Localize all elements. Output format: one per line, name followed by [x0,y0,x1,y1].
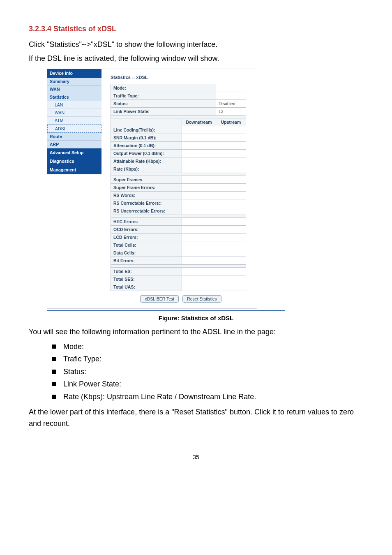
row-total-es-ds [182,267,216,275]
row-attainable-rate-label: Attainable Rate (Kbps): [111,157,182,165]
row-attenuation-ds [182,141,216,149]
row-total-ses-ds [182,275,216,283]
row-attenuation-us [216,141,246,149]
nav-sub-atm[interactable]: ATM [47,117,101,125]
row-rs-uncorrectable-ds [182,207,216,215]
row-ocd-ds [182,225,216,233]
row-output-power-ds [182,149,216,157]
row-hec-label: HEC Errors: [111,217,182,225]
nav-header-advanced-setup[interactable]: Advanced Setup [47,148,101,157]
row-bit-errors-us [216,257,246,264]
followup-paragraph: You will see the following information p… [29,326,363,338]
row-total-uas-label: Total UAS: [111,283,182,291]
row-traffic-type-value [216,92,246,99]
row-total-cells-ds [182,241,216,249]
row-rs-uncorrectable-us [216,207,246,215]
row-snr-margin-us [216,134,246,141]
row-output-power-us [216,149,246,157]
row-total-uas-ds [182,283,216,291]
bullet-link-power-state: Link Power State: [52,378,363,391]
row-attainable-rate-us [216,157,246,165]
row-lcd-ds [182,233,216,241]
row-snr-margin-ds [182,134,216,141]
figure-caption: Figure: Statistics of xDSL [29,314,363,321]
main-panel: Statistics -- xDSL Mode: Traffic Type: S… [101,69,257,308]
row-bit-errors-ds [182,257,216,264]
row-rs-uncorrectable-label: RS Uncorrectable Errors: [111,207,182,215]
nav-item-wan[interactable]: WAN [47,86,101,93]
reset-statistics-button[interactable]: Reset Statistics [182,295,221,303]
row-rs-correctable-label: RS Correctable Errors:: [111,199,182,207]
row-super-frames-us [216,176,246,183]
row-total-cells-label: Total Cells: [111,241,182,249]
row-status-value: Disabled [216,99,246,107]
row-rs-words-ds [182,191,216,199]
nav-sub-lan[interactable]: LAN [47,101,101,109]
row-attainable-rate-ds [182,157,216,165]
nav-sub-wan[interactable]: WAN [47,109,101,117]
spacer-2 [111,173,246,176]
row-super-frames-label: Super Frames [111,176,182,183]
stats-table: Mode: Traffic Type: Status:Disabled Link… [111,84,246,291]
intro-line-2: If the DSL line is activated, the follow… [29,53,363,65]
nav-item-summary[interactable]: Summary [47,78,101,86]
row-super-frame-errors-label: Super Frame Errors: [111,183,182,191]
closing-paragraph: At the lower part of this interface, the… [29,407,363,430]
row-snr-margin-label: SNR Margin (0.1 dB): [111,134,182,141]
nav-item-route[interactable]: Route [47,133,101,141]
row-total-es-label: Total ES: [111,267,182,275]
row-ocd-label: OCD Errors: [111,225,182,233]
page-number: 35 [29,454,363,460]
spacer-1 [111,115,246,118]
row-data-cells-ds [182,249,216,257]
row-rate-us [216,165,246,173]
xdsl-ber-test-button[interactable]: xDSL BER Test [140,295,179,303]
intro-line-1: Click "Statistics"-->"xDSL" to show the … [29,39,363,51]
nav-header-device-info[interactable]: Device Info [47,69,101,78]
row-total-uas-us [216,283,246,291]
row-line-coding-label: Line Coding(Trellis): [111,126,182,134]
bullet-mode: Mode: [52,340,363,353]
spacer-4 [111,264,246,267]
button-row: xDSL BER Test Reset Statistics [111,295,251,303]
blank-header [111,118,182,126]
bullet-rate: Rate (Kbps): Upstream Line Rate / Downst… [52,391,363,403]
row-rs-words-us [216,191,246,199]
row-data-cells-us [216,249,246,257]
sidebar-nav: Device Info Summary WAN Statistics LAN W… [47,69,101,308]
nav-sub-adsl[interactable]: ADSL [47,125,101,133]
row-total-es-us [216,267,246,275]
document-page: 3.2.3.4 Statistics of xDSL Click "Statis… [0,0,392,555]
row-rate-ds [182,165,216,173]
row-ocd-us [216,225,246,233]
row-rs-correctable-ds [182,199,216,207]
row-attenuation-label: Attenuation (0.1 dB): [111,141,182,149]
row-mode-value [216,84,246,92]
row-super-frame-errors-us [216,183,246,191]
row-total-ses-label: Total SES: [111,275,182,283]
row-super-frames-ds [182,176,216,183]
row-line-coding-ds [182,126,216,134]
row-output-power-label: Output Power (0.1 dBm): [111,149,182,157]
row-link-power-value: L3 [216,107,246,115]
xdsl-statistics-screenshot: Device Info Summary WAN Statistics LAN W… [47,69,257,309]
row-super-frame-errors-ds [182,183,216,191]
nav-header-diagnostics[interactable]: Diagnostics [47,157,101,166]
col-downstream: Downstream [182,118,216,126]
main-title: Statistics -- xDSL [111,75,251,80]
row-bit-errors-label: Bit Errors: [111,257,182,264]
row-link-power-label: Link Power State: [111,107,216,115]
row-total-ses-us [216,275,246,283]
nav-header-management[interactable]: Management [47,166,101,174]
row-traffic-type-label: Traffic Type: [111,92,216,99]
nav-item-statistics[interactable]: Statistics [47,93,101,101]
row-rs-words-label: RS Words: [111,191,182,199]
row-line-coding-us [216,126,246,134]
row-total-cells-us [216,241,246,249]
figure-divider [47,310,285,311]
bullet-status: Status: [52,365,363,378]
row-status-label: Status: [111,99,216,107]
row-lcd-label: LCD Errors: [111,233,182,241]
bullet-trafic-type: Trafic Type: [52,353,363,365]
nav-item-arp[interactable]: ARP [47,141,101,148]
